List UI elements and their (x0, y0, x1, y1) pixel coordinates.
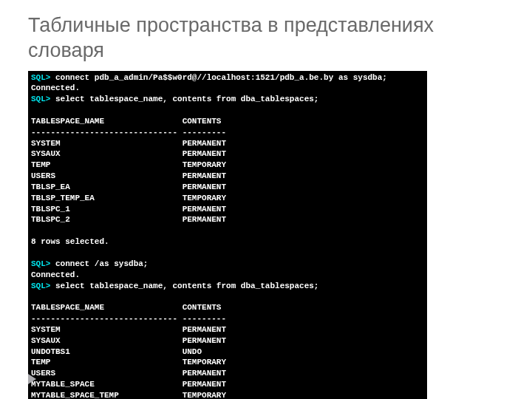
table-row: UNDOTBS1 (31, 347, 70, 356)
table-row: USERS (31, 171, 55, 180)
table-row: TBLSP_TEMP_EA (31, 194, 95, 202)
cmd-connect-2: connect /as sysdba; (55, 259, 148, 268)
cmd-select-1: select tablespace_name, contents from db… (55, 95, 318, 103)
table-row: SYSAUX (31, 149, 61, 158)
table-row: SYSTEM (31, 325, 61, 334)
sql-prompt: SQL> (31, 259, 50, 268)
table-row: TEMPORARY (183, 194, 226, 202)
table-row: TEMPORARY (183, 358, 226, 366)
table-row: MYTABLE_SPACE (31, 380, 95, 389)
table-row: PERMANENT (183, 325, 226, 334)
table-row: PERMANENT (183, 139, 226, 148)
rule: ------------------------------ (31, 128, 177, 137)
col-header-tablespace: TABLESPACE_NAME (31, 303, 104, 312)
page-title: Табличные пространства в представлениях … (28, 13, 504, 64)
table-row: PERMANENT (183, 183, 226, 191)
rule: ------------------------------ (31, 314, 177, 323)
col-header-contents: CONTENTS (183, 303, 222, 312)
col-header-tablespace: TABLESPACE_NAME (31, 117, 104, 126)
table-row: PERMANENT (183, 380, 226, 389)
table-row: SYSTEM (31, 139, 61, 148)
next-arrow-icon (28, 374, 36, 384)
table-row: TEMP (31, 160, 50, 169)
table-row: SYSAUX (31, 336, 61, 345)
table-row: TEMP (31, 358, 50, 366)
rule: --------- (183, 128, 226, 137)
table-row: MYTABLE_SPACE_TEMP (31, 391, 119, 399)
sql-prompt: SQL> (31, 95, 50, 103)
table-row: PERMANENT (183, 171, 226, 180)
terminal-output: SQL> connect pdb_a_admin/Pa$$w0rd@//loca… (28, 71, 427, 400)
slide: Табличные пространства в представлениях … (0, 0, 532, 399)
sql-prompt: SQL> (31, 282, 50, 290)
cmd-connect-1: connect pdb_a_admin/Pa$$w0rd@//localhost… (55, 73, 387, 82)
table-row: UNDO (183, 347, 202, 356)
table-row: PERMANENT (183, 205, 226, 214)
table-row: TEMPORARY (183, 160, 226, 169)
table-row: TBLSPC_1 (31, 205, 70, 214)
table-row: TEMPORARY (183, 391, 226, 399)
table-row: PERMANENT (183, 215, 226, 224)
table-row: PERMANENT (183, 369, 226, 378)
table-row: PERMANENT (183, 149, 226, 158)
table-row: TBLSP_EA (31, 183, 70, 191)
col-header-contents: CONTENTS (183, 117, 222, 126)
cmd-select-2: select tablespace_name, contents from db… (55, 282, 318, 290)
rule: --------- (183, 314, 226, 323)
sql-prompt: SQL> (31, 73, 50, 82)
rows-selected-1: 8 rows selected. (31, 237, 109, 246)
table-row: PERMANENT (183, 336, 226, 345)
resp-connected-2: Connected. (31, 270, 80, 279)
table-row: TBLSPC_2 (31, 215, 70, 224)
resp-connected-1: Connected. (31, 83, 80, 92)
